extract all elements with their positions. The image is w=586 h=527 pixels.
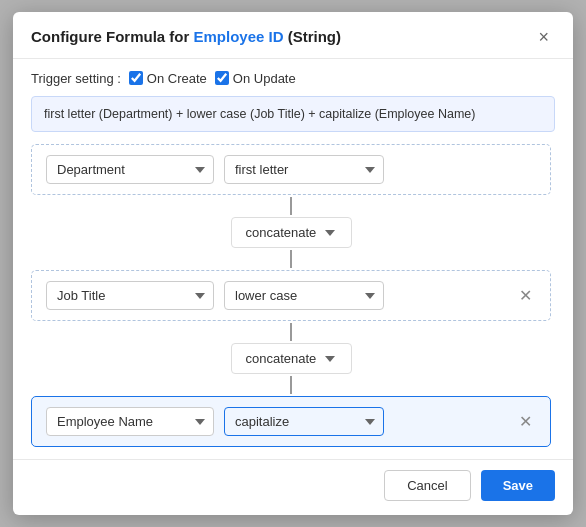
transform-select-jobtitle[interactable]: first letter lower case capitalize upper… xyxy=(224,281,384,310)
cancel-button[interactable]: Cancel xyxy=(384,470,470,501)
save-button[interactable]: Save xyxy=(481,470,555,501)
formula-block: Department Job Title Employee Name first… xyxy=(31,144,551,447)
concat-select-1[interactable]: concatenate add subtract xyxy=(246,223,337,242)
on-create-label[interactable]: On Create xyxy=(129,71,207,86)
formula-preview: first letter (Department) + lower case (… xyxy=(31,96,555,133)
on-create-checkbox[interactable] xyxy=(129,71,143,85)
modal-title-prefix: Configure Formula for xyxy=(31,28,194,45)
trigger-label: Trigger setting : xyxy=(31,71,121,86)
formula-row-department: Department Job Title Employee Name first… xyxy=(31,144,551,195)
modal-title-field: Employee ID xyxy=(194,28,284,45)
formula-row-jobtitle: Department Job Title Employee Name first… xyxy=(31,270,551,321)
connector-line-4 xyxy=(290,376,292,394)
concat-row-1: concatenate add subtract xyxy=(231,217,352,248)
concat-select-2[interactable]: concatenate add subtract xyxy=(246,349,337,368)
on-update-text: On Update xyxy=(233,71,296,86)
modal-footer: Cancel Save xyxy=(13,459,573,515)
remove-jobtitle-button[interactable]: ✕ xyxy=(515,286,536,306)
concat-row-2: concatenate add subtract xyxy=(231,343,352,374)
formula-row-employeename: Department Job Title Employee Name first… xyxy=(31,396,551,447)
connector-line-3 xyxy=(290,323,292,341)
trigger-setting-row: Trigger setting : On Create On Update xyxy=(31,71,555,86)
transform-select-department[interactable]: first letter lower case capitalize upper… xyxy=(224,155,384,184)
configure-formula-modal: Configure Formula for Employee ID (Strin… xyxy=(13,12,573,516)
connector-line-2 xyxy=(290,250,292,268)
modal-title-suffix: (String) xyxy=(284,28,342,45)
modal-header: Configure Formula for Employee ID (Strin… xyxy=(13,12,573,59)
connector-line-1 xyxy=(290,197,292,215)
field-select-department[interactable]: Department Job Title Employee Name xyxy=(46,155,214,184)
modal-body: Trigger setting : On Create On Update fi… xyxy=(13,59,573,456)
close-button[interactable]: × xyxy=(532,26,555,48)
field-select-jobtitle[interactable]: Department Job Title Employee Name xyxy=(46,281,214,310)
transform-select-employeename[interactable]: first letter lower case capitalize upper… xyxy=(224,407,384,436)
remove-employeename-button[interactable]: ✕ xyxy=(515,412,536,432)
field-select-employeename[interactable]: Department Job Title Employee Name xyxy=(46,407,214,436)
on-create-text: On Create xyxy=(147,71,207,86)
modal-title: Configure Formula for Employee ID (Strin… xyxy=(31,28,341,45)
on-update-label[interactable]: On Update xyxy=(215,71,296,86)
on-update-checkbox[interactable] xyxy=(215,71,229,85)
formula-builder-scroll[interactable]: Department Job Title Employee Name first… xyxy=(31,144,555,455)
